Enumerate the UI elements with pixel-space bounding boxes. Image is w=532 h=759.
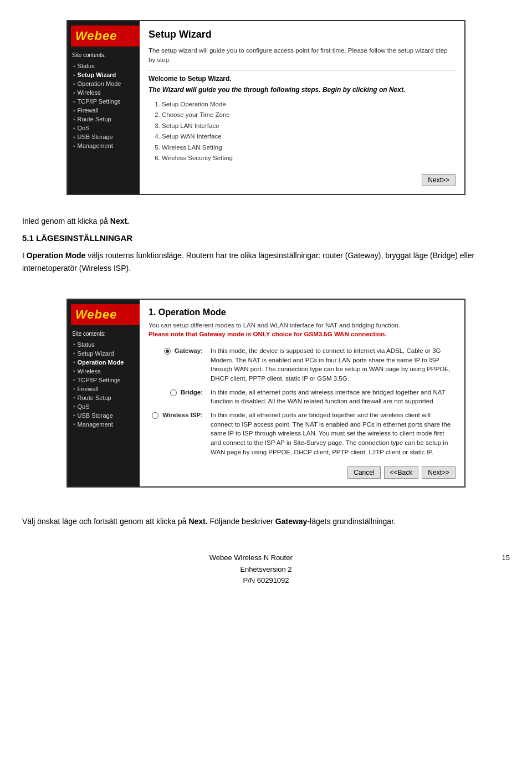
sidebar-item-status-2[interactable]: Status: [71, 340, 140, 349]
intro-text-bold: Next.: [110, 217, 129, 225]
op-mode-main: 1. Operation Mode You can setup differen…: [140, 300, 464, 486]
bridge-label: Bridge:: [181, 389, 203, 396]
logo-text-1: Webee: [75, 29, 117, 43]
sidebar-item-setup-wizard-2[interactable]: Setup Wizard: [71, 349, 140, 358]
para1-prefix: I: [22, 251, 27, 260]
sidebar-item-setup-wizard-1[interactable]: Setup Wizard: [71, 70, 140, 79]
footer-line1: Webee Wireless N Router: [0, 552, 532, 564]
page-number: 15: [502, 552, 510, 564]
wizard-welcome: Welcome to Setup Wizard.: [149, 75, 456, 83]
body2-bold: Next.: [188, 517, 207, 526]
wizard-description: The setup wizard will guide you to confi…: [149, 46, 456, 65]
sidebar-item-management-1[interactable]: Management: [71, 141, 140, 150]
op-mode-warning: Please note that Gateway mode is ONLY ch…: [149, 331, 456, 337]
next-button-1[interactable]: Next>>: [422, 174, 456, 186]
logo-1: Webee: [71, 25, 140, 47]
section-heading-1: 5.1 LÄGESINSTÄLLNINGAR: [22, 232, 510, 245]
sidebar-item-operation-mode-1[interactable]: Operation Mode: [71, 79, 140, 88]
sidebar-section-title-2: Site contents:: [71, 331, 140, 337]
divider-1: [149, 70, 456, 70]
footer-line3: P/N 60291092: [0, 575, 532, 587]
logo-2: Webee: [71, 304, 140, 325]
sidebar-1: Webee Site contents: Status Setup Wizard…: [68, 21, 140, 194]
body2-suffix-prefix: Följande beskriver: [210, 517, 275, 526]
gateway-label: Gateway:: [175, 347, 203, 354]
sidebar-item-firewall-1[interactable]: Firewall: [71, 106, 140, 115]
sidebar-item-wireless-2[interactable]: Wireless: [71, 367, 140, 376]
table-row-bridge: Bridge: In this mode, all ethernet ports…: [149, 386, 456, 408]
steps-list: Setup Operation Mode Choose your Time Zo…: [162, 99, 456, 164]
sidebar-item-tcpip-1[interactable]: TCP/IP Settings: [71, 97, 140, 106]
gateway-label-cell: Gateway:: [149, 344, 207, 386]
body-text-1: Inled genom att klicka på Next. 5.1 LÄGE…: [0, 205, 532, 289]
footer: 15 Webee Wireless N Router Enhetsversion…: [0, 542, 532, 592]
sidebar-item-status-1[interactable]: Status: [71, 61, 140, 70]
bridge-desc: In this mode, all ethernet ports and wir…: [207, 386, 456, 408]
next-btn-row-1: Next>>: [149, 174, 456, 186]
gateway-desc: In this mode, the device is supposed to …: [207, 344, 456, 386]
radio-wireless-isp[interactable]: [152, 412, 158, 419]
step-2: Choose your Time Zone: [162, 110, 456, 121]
intro-text-prefix: Inled genom att klicka på: [22, 217, 110, 225]
body-paragraph-1: I Operation Mode väljs routerns funktion…: [22, 249, 510, 274]
sidebar-item-usb-1[interactable]: USB Storage: [71, 132, 140, 141]
op-mode-title: 1. Operation Mode: [149, 307, 456, 317]
table-row-gateway: Gateway: In this mode, the device is sup…: [149, 344, 456, 386]
wizard-title: Setup Wizard: [149, 29, 456, 40]
wisp-label-cell: Wireless ISP:: [149, 408, 207, 459]
cancel-button[interactable]: Cancel: [347, 466, 380, 479]
para1-bold: Operation Mode: [27, 251, 86, 260]
wisp-label: Wireless ISP:: [162, 412, 203, 418]
logo-text-2: Webee: [75, 307, 117, 321]
intro-paragraph: Inled genom att klicka på Next.: [22, 215, 510, 227]
next-button-2[interactable]: Next>>: [422, 466, 456, 479]
step-5: Wireless LAN Setting: [162, 142, 456, 153]
sidebar-section-title-1: Site contents:: [71, 52, 140, 58]
step-1: Setup Operation Mode: [162, 99, 456, 110]
sidebar-item-usb-2[interactable]: USB Storage: [71, 411, 140, 420]
body-text-2: Välj önskat läge och fortsätt genom att …: [0, 505, 532, 542]
sidebar-item-qos-1[interactable]: QoS: [71, 124, 140, 132]
bridge-label-cell: Bridge:: [149, 386, 207, 408]
step-6: Wireless Security Setting: [162, 153, 456, 164]
sidebar-item-firewall-2[interactable]: Firewall: [71, 384, 140, 393]
btn-row-2: Cancel <<Back Next>>: [149, 466, 456, 479]
wizard-note: The Wizard will guide you the through fo…: [149, 86, 456, 94]
step-3: Setup LAN Interface: [162, 121, 456, 132]
body2-suffix: -lägets grundinställningar.: [307, 517, 396, 526]
radio-bridge[interactable]: [170, 389, 177, 396]
router-screenshot-2: Webee Site contents: Status Setup Wizard…: [66, 299, 466, 488]
sidebar-item-route-1[interactable]: Route Setup: [71, 115, 140, 124]
main-content-1: Setup Wizard The setup wizard will guide…: [140, 21, 464, 194]
radio-gateway[interactable]: [164, 348, 171, 355]
para1-suffix: väljs routerns funktionsläge. Routern ha…: [22, 251, 474, 272]
sidebar-item-qos-2[interactable]: QoS: [71, 402, 140, 411]
sidebar-item-operation-mode-2[interactable]: Operation Mode: [71, 358, 140, 367]
router-screenshot-1: Webee Site contents: Status Setup Wizard…: [66, 20, 466, 195]
footer-line2: Enhetsversion 2: [0, 564, 532, 576]
sidebar-item-tcpip-2[interactable]: TCP/IP Settings: [71, 376, 140, 384]
body2-gateway-bold: Gateway: [275, 517, 308, 526]
body2-prefix: Välj önskat läge och fortsätt genom att …: [22, 517, 188, 526]
sidebar-item-management-2[interactable]: Management: [71, 420, 140, 429]
table-row-wireless-isp: Wireless ISP: In this mode, all ethernet…: [149, 408, 456, 459]
op-mode-desc: You can setup different modes to LAN and…: [149, 322, 456, 329]
sidebar-item-wireless-1[interactable]: Wireless: [71, 88, 140, 97]
body-paragraph-2: Välj önskat läge och fortsätt genom att …: [22, 515, 510, 527]
sidebar-2: Webee Site contents: Status Setup Wizard…: [68, 300, 140, 486]
back-button[interactable]: <<Back: [384, 466, 419, 479]
step-4: Setup WAN Interface: [162, 131, 456, 142]
op-mode-table: Gateway: In this mode, the device is sup…: [149, 344, 456, 459]
sidebar-item-route-2[interactable]: Route Setup: [71, 393, 140, 402]
wisp-desc: In this mode, all ethernet ports are bri…: [207, 408, 456, 459]
